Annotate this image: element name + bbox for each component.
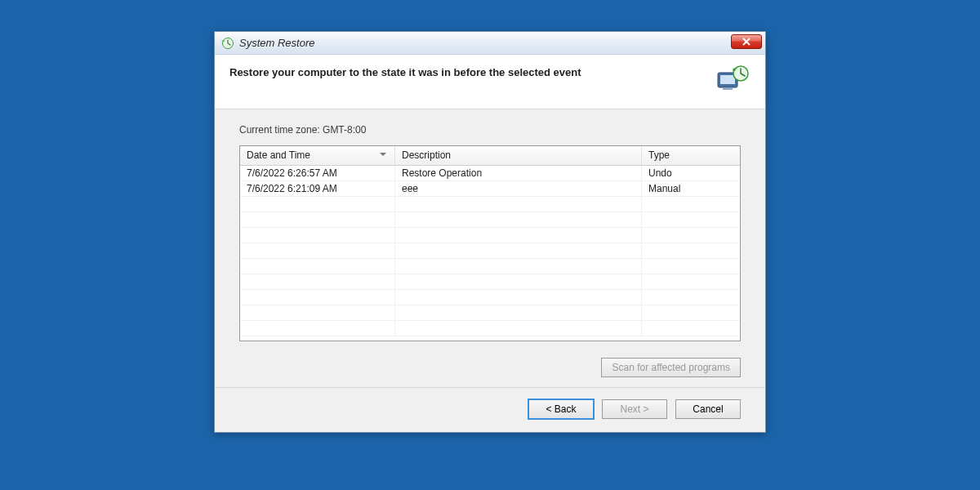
cell-empty <box>395 197 642 212</box>
table-row[interactable] <box>240 197 740 212</box>
column-header-date[interactable]: Date and Time <box>240 146 395 165</box>
cell-empty <box>395 243 642 258</box>
cell-empty <box>642 259 740 274</box>
table-row[interactable] <box>240 228 740 243</box>
column-header-type[interactable]: Type <box>642 146 740 165</box>
titlebar: System Restore <box>215 32 765 55</box>
cell-empty <box>395 290 642 305</box>
cell-empty <box>642 228 740 243</box>
table-row[interactable] <box>240 305 740 321</box>
cell-empty <box>642 197 740 212</box>
column-header-description[interactable]: Description <box>395 146 642 165</box>
svg-rect-5 <box>723 87 733 90</box>
cell-empty <box>240 259 395 274</box>
wizard-header: Restore your computer to the state it wa… <box>215 55 765 109</box>
restore-hero-icon <box>715 65 751 94</box>
cell-type: Manual <box>642 181 740 196</box>
cell-desc: eee <box>395 181 642 196</box>
cell-empty <box>240 228 395 243</box>
table-row[interactable] <box>240 212 740 228</box>
cell-date: 7/6/2022 6:21:09 AM <box>240 181 395 196</box>
cell-desc: Restore Operation <box>395 166 642 180</box>
wizard-footer: < Back Next > Cancel <box>215 387 765 432</box>
cell-empty <box>642 321 740 336</box>
cell-empty <box>642 243 740 258</box>
grid-header: Date and Time Description Type <box>240 146 740 166</box>
table-row[interactable]: 7/6/2022 6:26:57 AMRestore OperationUndo <box>240 166 740 181</box>
wizard-heading: Restore your computer to the state it wa… <box>229 65 581 78</box>
table-row[interactable] <box>240 290 740 305</box>
restore-points-grid[interactable]: Date and Time Description Type 7/6/2022 … <box>239 145 741 341</box>
column-header-type-label: Type <box>648 149 670 161</box>
close-icon <box>742 38 751 46</box>
cell-empty <box>240 243 395 258</box>
cell-empty <box>642 212 740 227</box>
cell-empty <box>240 212 395 227</box>
timezone-label: Current time zone: GMT-8:00 <box>239 124 741 136</box>
scan-affected-programs-button[interactable]: Scan for affected programs <box>601 358 741 377</box>
close-button[interactable] <box>731 34 762 49</box>
cell-empty <box>395 212 642 227</box>
next-button[interactable]: Next > <box>602 399 667 419</box>
cell-empty <box>395 259 642 274</box>
cell-empty <box>240 321 395 336</box>
table-row[interactable] <box>240 259 740 274</box>
back-button[interactable]: < Back <box>528 399 594 419</box>
cell-empty <box>395 274 642 289</box>
cell-type: Undo <box>642 166 740 180</box>
system-restore-icon <box>221 37 234 50</box>
cell-empty <box>395 228 642 243</box>
cell-empty <box>642 290 740 305</box>
sort-descending-icon <box>380 153 386 156</box>
cell-date: 7/6/2022 6:26:57 AM <box>240 166 395 180</box>
svg-rect-4 <box>720 75 735 84</box>
table-row[interactable] <box>240 274 740 290</box>
cell-empty <box>240 274 395 289</box>
cell-empty <box>240 305 395 320</box>
column-header-description-label: Description <box>402 149 451 161</box>
cell-empty <box>642 305 740 320</box>
cell-empty <box>395 321 642 336</box>
table-row[interactable] <box>240 321 740 336</box>
cancel-button[interactable]: Cancel <box>675 399 741 419</box>
window-title: System Restore <box>239 37 314 49</box>
grid-body: 7/6/2022 6:26:57 AMRestore OperationUndo… <box>240 166 740 341</box>
cell-empty <box>240 197 395 212</box>
cell-empty <box>642 274 740 289</box>
cell-empty <box>395 305 642 320</box>
system-restore-window: System Restore Restore your computer to … <box>214 31 766 433</box>
cell-empty <box>240 290 395 305</box>
table-row[interactable] <box>240 243 740 259</box>
column-header-date-label: Date and Time <box>247 149 310 161</box>
table-row[interactable]: 7/6/2022 6:21:09 AMeeeManual <box>240 181 740 197</box>
wizard-body: Current time zone: GMT-8:00 Date and Tim… <box>215 109 765 387</box>
